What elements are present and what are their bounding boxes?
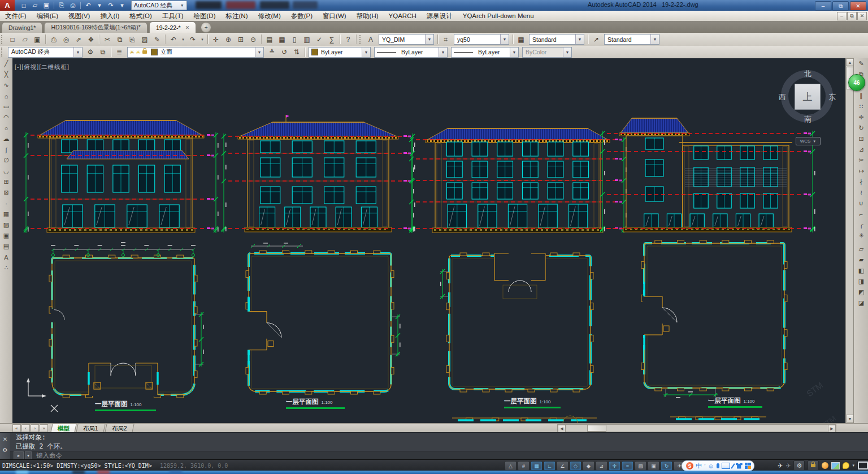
undo-icon[interactable]: ↶	[83, 1, 93, 10]
menu-item-7[interactable]: 标注(N)	[221, 11, 253, 21]
multileader-style-combo[interactable]: Standard▼	[604, 34, 659, 45]
sheet-set-manager-icon[interactable]: ▥	[301, 33, 313, 45]
command-prompt-icon[interactable]: ▸	[14, 451, 24, 460]
annotation-scale-icon[interactable]: ✈	[778, 462, 783, 469]
pan-icon[interactable]: ✛	[210, 33, 222, 45]
rotate-icon[interactable]: ↻	[856, 123, 867, 133]
send-under-objects-icon[interactable]: ◨	[856, 276, 867, 287]
ellipse-arc-icon[interactable]: ◡	[1, 166, 12, 176]
bring-above-objects-icon[interactable]: ◧	[856, 265, 867, 276]
viewcube-east[interactable]: 东	[828, 92, 836, 102]
plot-icon[interactable]: ⎙	[68, 1, 78, 10]
gear-icon[interactable]: ⚙	[84, 46, 97, 58]
layout-tab-布局2[interactable]: 布局2	[105, 424, 134, 433]
region-icon[interactable]: ▣	[1, 230, 12, 241]
vertical-scrollbar[interactable]: ▲ ▼	[845, 58, 854, 423]
doc-minimize-button[interactable]: –	[837, 12, 847, 20]
dimension-style-combo[interactable]: yq50▼	[454, 34, 509, 45]
designcenter-icon[interactable]: ▦	[276, 33, 288, 45]
publish-icon[interactable]: ⇗	[72, 33, 85, 45]
text-to-front-icon[interactable]: ◩	[856, 287, 867, 298]
ime-emoji-icon[interactable]: ☺	[708, 463, 714, 469]
chevron-down-icon[interactable]: ▼	[510, 48, 518, 57]
erase-icon[interactable]: ✎	[856, 58, 867, 69]
layout-nav-3[interactable]: »	[40, 424, 48, 432]
scroll-up-button[interactable]: ▲	[846, 58, 854, 66]
viewcube[interactable]: 北 南 西 东 上	[781, 70, 833, 122]
multiline-text-icon[interactable]: A	[1, 252, 12, 262]
menu-item-11[interactable]: 帮助(H)	[351, 11, 384, 21]
chevron-down-icon[interactable]: ▼	[500, 35, 509, 44]
chevron-down-icon[interactable]: ▼	[362, 48, 370, 57]
ime-skin-icon[interactable]	[736, 463, 743, 469]
arc-icon[interactable]: ◠	[1, 112, 12, 123]
open-icon[interactable]: ▱	[30, 1, 40, 10]
text-style-icon[interactable]: A	[364, 33, 377, 45]
scroll-right-button[interactable]: ▶	[828, 425, 836, 433]
close-icon[interactable]: ✕	[1, 434, 10, 443]
revision-cloud-icon[interactable]: ☁	[1, 133, 12, 144]
ime-punctuation-icon[interactable]: ’	[704, 463, 705, 469]
plot-style-combo[interactable]: ByColor▼	[522, 47, 572, 58]
save-icon[interactable]: ▣	[31, 33, 44, 45]
offset-icon[interactable]: ∥	[856, 91, 867, 101]
chevron-down-icon[interactable]: ▼	[575, 35, 584, 44]
menu-item-8[interactable]: 修改(M)	[253, 11, 285, 21]
chevron-down-icon[interactable]: ▼	[255, 48, 263, 57]
make-layer-current-icon[interactable]: ≙	[266, 46, 278, 58]
layout-nav-0[interactable]: «	[12, 424, 21, 432]
scale-icon[interactable]: ⊡	[856, 133, 867, 144]
explode-icon[interactable]: ✳	[856, 230, 867, 241]
line-icon[interactable]: ╱	[1, 58, 12, 69]
chevron-down-icon[interactable]: ▼	[73, 48, 82, 57]
insert-block-icon[interactable]: ⊞	[1, 176, 12, 187]
new-icon[interactable]: □	[19, 1, 29, 10]
ortho-mode-toggle[interactable]: ∟	[544, 461, 555, 471]
layer-previous-icon[interactable]: ↺	[278, 46, 290, 58]
model-space-canvas[interactable]: STMSTM	[12, 58, 845, 423]
plot-preview-icon[interactable]: ◎	[60, 33, 72, 45]
viewcube-top-face[interactable]: 上	[795, 84, 821, 110]
multileader-style-icon[interactable]: ↗	[590, 33, 602, 45]
horizontal-scroll-thumb[interactable]	[587, 425, 606, 432]
lineweight-combo[interactable]: ByLayer▼	[451, 47, 519, 58]
layout-nav-1[interactable]: ‹	[21, 424, 30, 432]
close-icon[interactable]: ✕	[185, 25, 190, 31]
file-tab-1[interactable]: HD190816-169特色景墙(1~6#箱)*	[44, 22, 147, 33]
interface-lock-button[interactable]	[808, 460, 819, 471]
stretch-icon[interactable]: ⊿	[856, 144, 867, 155]
menu-item-0[interactable]: 文件(F)	[0, 11, 32, 21]
chamfer-icon[interactable]: ⌐	[856, 209, 867, 219]
workspace-selector[interactable]: AutoCAD 经典 ▼	[131, 1, 187, 10]
menu-item-2[interactable]: 视图(V)	[63, 11, 95, 21]
viewport-controls-label[interactable]: [-][俯视][二维线框]	[15, 63, 70, 71]
dynamic-ucs-toggle[interactable]: ⊿	[596, 461, 607, 471]
color-combo[interactable]: ByLayer▼	[309, 47, 371, 58]
layout-nav-2[interactable]: ›	[31, 424, 39, 432]
grid-display-toggle[interactable]: ▦	[531, 461, 542, 471]
zoom-previous-icon[interactable]: ⊖	[247, 33, 259, 45]
hatch-icon[interactable]: ▦	[1, 209, 12, 219]
quickcalc-icon[interactable]: ∑	[326, 33, 338, 45]
create-block-icon[interactable]: ⊠	[1, 187, 12, 198]
array-icon[interactable]: ∷	[856, 101, 867, 112]
file-tab-2[interactable]: 19-2-22-*✕	[149, 21, 196, 33]
construction-line-icon[interactable]: ╳	[1, 69, 12, 80]
bring-to-front-icon[interactable]: ▱	[856, 244, 867, 255]
point-icon[interactable]: ·	[1, 198, 12, 209]
menu-item-14[interactable]: YQArch Pull-down Menu	[458, 11, 539, 21]
block-editor-icon[interactable]: ✎	[151, 33, 163, 45]
toolbar-grip[interactable]	[359, 35, 363, 44]
plot-icon[interactable]: ⎙	[47, 33, 60, 45]
redo-icon[interactable]: ↷	[106, 1, 116, 10]
redo-icon[interactable]: ↷	[186, 33, 199, 45]
trim-icon[interactable]: ✂	[856, 155, 867, 166]
toolbar-grip[interactable]	[1, 35, 5, 44]
new-icon[interactable]: □	[6, 33, 19, 45]
layer-properties-icon[interactable]: ≣	[113, 46, 125, 58]
doc-close-button[interactable]: ✕	[857, 12, 867, 20]
menu-item-9[interactable]: 参数(P)	[286, 11, 318, 21]
customize-icon[interactable]: ⚙	[1, 445, 10, 454]
menu-item-6[interactable]: 绘图(D)	[189, 11, 221, 21]
table-style-combo[interactable]: Standard▼	[529, 34, 584, 45]
